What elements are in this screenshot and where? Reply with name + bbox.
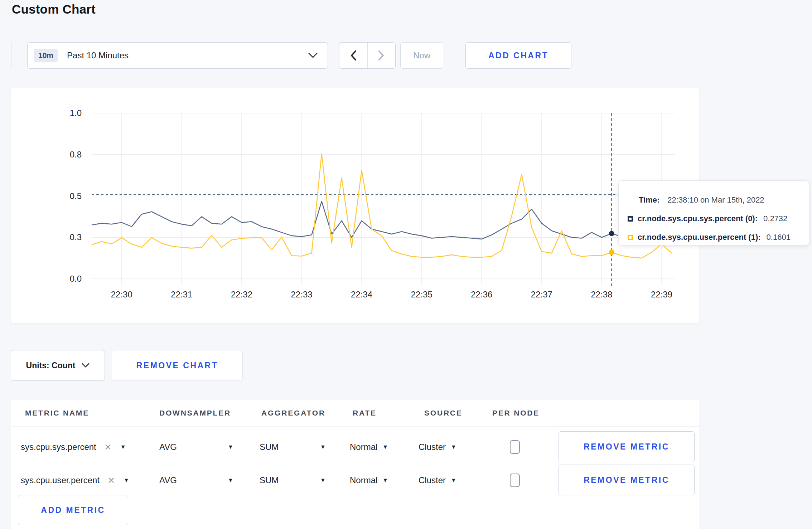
rate-dropdown[interactable]: Normal ▼ bbox=[350, 442, 388, 452]
chart-tooltip: Time: 22:38:10 on Mar 15th, 2022 cr.node… bbox=[618, 180, 809, 246]
caret-down-icon: ▼ bbox=[382, 477, 388, 484]
chevron-right-icon bbox=[378, 50, 384, 60]
svg-text:22:38: 22:38 bbox=[591, 290, 612, 299]
time-backward-button[interactable] bbox=[339, 43, 367, 68]
rate-value: Normal bbox=[350, 475, 377, 485]
svg-text:0.5: 0.5 bbox=[70, 191, 82, 201]
now-button[interactable]: Now bbox=[400, 42, 443, 69]
svg-text:22:32: 22:32 bbox=[231, 290, 252, 299]
svg-text:22:35: 22:35 bbox=[411, 290, 432, 299]
source-dropdown[interactable]: Cluster ▼ bbox=[419, 442, 456, 452]
svg-text:0.3: 0.3 bbox=[70, 232, 82, 242]
metric-name-dropdown[interactable]: sys.cpu.user.percent ✕ ▼ bbox=[21, 475, 129, 485]
svg-text:0.0: 0.0 bbox=[70, 274, 82, 283]
caret-down-icon[interactable]: ▼ bbox=[320, 444, 326, 450]
chevron-down-icon bbox=[82, 363, 90, 368]
remove-metric-button[interactable]: REMOVE METRIC bbox=[559, 431, 695, 462]
units-dropdown[interactable]: Units: Count bbox=[11, 350, 105, 381]
aggregator-value: SUM bbox=[260, 475, 279, 485]
sys-percent-swatch-icon bbox=[628, 216, 633, 222]
tooltip-series-row: cr.node.sys.cpu.user.percent (1): 0.1601 bbox=[619, 228, 809, 247]
source-value: Cluster bbox=[419, 442, 446, 452]
caret-down-icon[interactable]: ▼ bbox=[228, 444, 233, 450]
time-nav-group bbox=[339, 42, 396, 69]
tooltip-series-value: 0.1601 bbox=[767, 233, 791, 242]
col-header-source: SOURCE bbox=[424, 409, 463, 417]
aggregator-dropdown[interactable]: SUM bbox=[260, 442, 279, 452]
source-dropdown[interactable]: Cluster ▼ bbox=[419, 475, 456, 485]
downsampler-dropdown[interactable]: AVG bbox=[159, 475, 177, 485]
col-header-rate: RATE bbox=[353, 409, 377, 417]
caret-down-icon: ▼ bbox=[382, 444, 388, 450]
metric-row: sys.cpu.user.percent ✕ ▼ AVG ▼ SUM ▼ Nor… bbox=[11, 464, 699, 497]
add-chart-button[interactable]: ADD CHART bbox=[465, 42, 571, 69]
caret-down-icon: ▼ bbox=[451, 477, 456, 484]
svg-text:22:33: 22:33 bbox=[291, 290, 313, 299]
aggregator-value: SUM bbox=[260, 442, 279, 452]
page-title: Custom Chart bbox=[12, 2, 96, 16]
svg-text:22:36: 22:36 bbox=[471, 290, 492, 299]
tooltip-time-row: Time: 22:38:10 on Mar 15th, 2022 bbox=[619, 191, 809, 209]
time-range-dropdown[interactable]: 10m Past 10 Minutes bbox=[27, 42, 328, 69]
time-range-label: Past 10 Minutes bbox=[67, 50, 308, 60]
col-header-aggregator: AGGREGATOR bbox=[261, 409, 325, 417]
metrics-line-chart[interactable]: 0.00.30.50.81.022:3022:3122:3222:3322:34… bbox=[11, 88, 700, 324]
tooltip-series-name: cr.node.sys.cpu.sys.percent (0): bbox=[638, 214, 758, 223]
tooltip-time-label: Time: bbox=[639, 195, 659, 205]
caret-down-icon: ▼ bbox=[451, 444, 456, 450]
remove-metric-button[interactable]: REMOVE METRIC bbox=[559, 465, 695, 495]
add-metric-button[interactable]: ADD METRIC bbox=[18, 495, 128, 525]
source-value: Cluster bbox=[419, 475, 446, 485]
svg-text:22:37: 22:37 bbox=[531, 290, 552, 299]
user-percent-swatch-icon bbox=[628, 235, 633, 240]
tooltip-series-value: 0.2732 bbox=[763, 214, 787, 223]
chevron-down-icon bbox=[308, 53, 318, 58]
metric-name-value: sys.cpu.user.percent bbox=[21, 475, 100, 485]
downsampler-value: AVG bbox=[159, 442, 177, 452]
svg-text:22:39: 22:39 bbox=[651, 290, 672, 299]
remove-chart-button[interactable]: REMOVE CHART bbox=[112, 350, 243, 381]
chart-card: 0.00.30.50.81.022:3022:3122:3222:3322:34… bbox=[11, 88, 699, 323]
caret-down-icon[interactable]: ▼ bbox=[320, 477, 326, 484]
col-header-per-node: PER NODE bbox=[492, 409, 540, 417]
col-header-metric-name: METRIC NAME bbox=[25, 409, 89, 417]
svg-text:0.8: 0.8 bbox=[70, 150, 82, 159]
svg-text:22:34: 22:34 bbox=[351, 290, 372, 299]
rate-value: Normal bbox=[350, 442, 377, 452]
time-forward-button[interactable] bbox=[367, 43, 396, 68]
caret-down-icon[interactable]: ▼ bbox=[228, 477, 233, 484]
rate-dropdown[interactable]: Normal ▼ bbox=[350, 475, 388, 485]
tooltip-series-name: cr.node.sys.cpu.user.percent (1): bbox=[638, 233, 761, 242]
downsampler-value: AVG bbox=[159, 475, 177, 485]
clear-metric-icon[interactable]: ✕ bbox=[107, 475, 115, 485]
tooltip-series-row: cr.node.sys.cpu.sys.percent (0): 0.2732 bbox=[619, 209, 809, 228]
time-range-badge: 10m bbox=[34, 49, 58, 62]
per-node-checkbox[interactable] bbox=[510, 440, 520, 454]
toolbar-divider bbox=[11, 42, 11, 69]
metrics-table: METRIC NAME DOWNSAMPLER AGGREGATOR RATE … bbox=[11, 400, 699, 529]
metrics-table-header: METRIC NAME DOWNSAMPLER AGGREGATOR RATE … bbox=[11, 400, 699, 427]
per-node-checkbox[interactable] bbox=[510, 474, 520, 487]
metric-name-dropdown[interactable]: sys.cpu.sys.percent ✕ ▼ bbox=[21, 442, 126, 452]
svg-text:22:30: 22:30 bbox=[111, 290, 132, 299]
col-header-downsampler: DOWNSAMPLER bbox=[159, 409, 231, 417]
clear-metric-icon[interactable]: ✕ bbox=[104, 442, 112, 452]
aggregator-dropdown[interactable]: SUM bbox=[260, 475, 279, 485]
metric-name-value: sys.cpu.sys.percent bbox=[21, 442, 96, 452]
units-label: Units: Count bbox=[26, 361, 76, 370]
caret-down-icon: ▼ bbox=[120, 444, 126, 450]
downsampler-dropdown[interactable]: AVG bbox=[159, 442, 177, 452]
chevron-left-icon bbox=[351, 50, 356, 60]
metric-row: sys.cpu.sys.percent ✕ ▼ AVG ▼ SUM ▼ Norm… bbox=[11, 430, 699, 464]
tooltip-time-value: 22:38:10 on Mar 15th, 2022 bbox=[667, 195, 764, 205]
svg-text:1.0: 1.0 bbox=[70, 108, 82, 118]
caret-down-icon: ▼ bbox=[124, 477, 129, 484]
svg-text:22:31: 22:31 bbox=[171, 290, 192, 299]
